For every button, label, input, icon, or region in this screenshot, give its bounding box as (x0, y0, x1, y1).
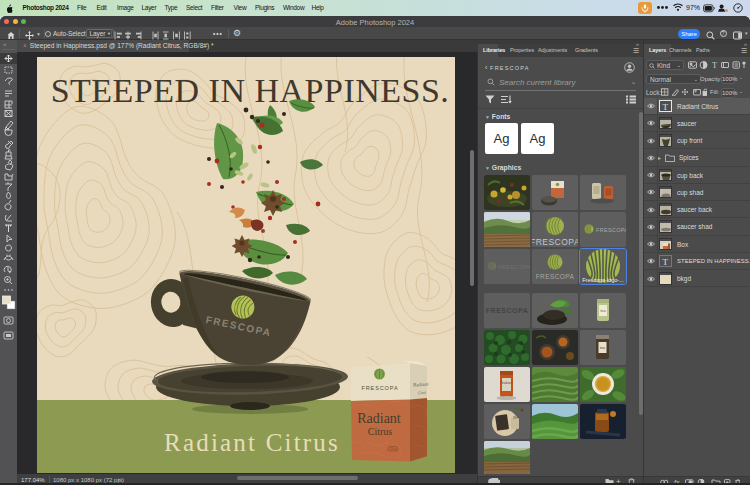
svg-text:tea: tea (600, 308, 606, 313)
svg-text:FRESCOPA: FRESCOPA (596, 227, 626, 233)
svg-text:Citru: Citru (418, 390, 427, 396)
svg-text:FRESCOPA: FRESCOPA (486, 307, 528, 314)
svg-text:150g: 150g (390, 447, 397, 451)
svg-text:Radiant: Radiant (500, 381, 512, 385)
svg-text:FRESCOPA: FRESCOPA (498, 264, 530, 270)
svg-text:FRESCOPA: FRESCOPA (532, 237, 578, 247)
svg-text:Frescopa-logo-...: Frescopa-logo-... (582, 277, 624, 283)
svg-text:Radiant: Radiant (357, 411, 401, 426)
svg-text:FRESCOPA: FRESCOPA (536, 273, 575, 280)
svg-text:Citrus: Citrus (368, 426, 393, 437)
svg-text:T: T (712, 61, 718, 69)
svg-text:tea: tea (600, 346, 605, 350)
svg-text:FRESCOPA: FRESCOPA (361, 385, 398, 391)
